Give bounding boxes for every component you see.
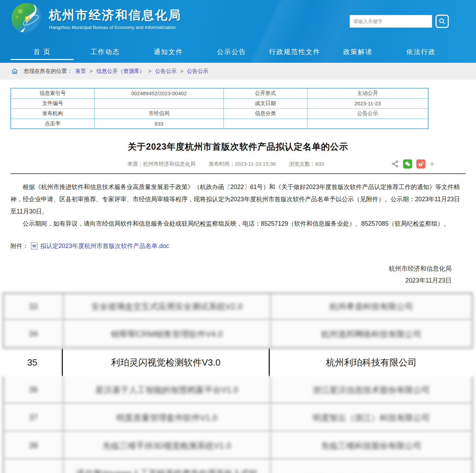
nav-item-work-news[interactable]: 工作动态 bbox=[74, 41, 137, 63]
article-body: 根据《杭州市推进软件和信息技术服务业高质量发展若干政策》（杭政办函〔2022〕6… bbox=[10, 181, 464, 230]
product-name: 诺尔康Voyager人工耳蜗系统声音处理器嵌入式软件V1.0 bbox=[63, 460, 271, 473]
table-row: 文件编号 成文日期 2023-11-23 bbox=[11, 98, 428, 108]
page-title: 关于2023年度杭州市首版次软件产品拟认定名单的公示 bbox=[10, 141, 466, 152]
share-icon[interactable] bbox=[391, 160, 399, 168]
info-value: 2023-11-23 bbox=[307, 98, 428, 108]
table-row: 39 诺尔康Voyager人工耳蜗系统声音处理器嵌入式软件V1.0 浙江诺尔康神… bbox=[3, 460, 473, 473]
wechat-share-icon[interactable] bbox=[403, 159, 412, 168]
row-number: 33 bbox=[4, 294, 63, 320]
info-value: 市经信局 bbox=[94, 108, 224, 119]
search-icon bbox=[439, 18, 446, 25]
row-number: 37 bbox=[4, 404, 63, 431]
article-meta: 来源：杭州市经济和信息化局 发布时间：2023-11-23 15:36 浏览次数… bbox=[10, 159, 466, 168]
attachment-row: 附件： W 拟认定2023年度杭州市首版次软件产品名单.doc bbox=[10, 242, 466, 250]
site-subtitle: Hangzhou Municipal Bureau of Economy and… bbox=[49, 25, 181, 30]
info-label bbox=[224, 119, 307, 129]
nav-item-regulatory-docs[interactable]: 行政规范性文件 bbox=[263, 41, 326, 63]
nav-item-law-based-admin[interactable]: 依法行政 bbox=[389, 41, 453, 63]
site-title: 杭州市经济和信息化局 bbox=[49, 7, 181, 23]
breadcrumb-separator: > bbox=[148, 68, 151, 74]
nav-item-policy-interpretation[interactable]: 政策解读 bbox=[326, 41, 389, 63]
company-name: 杭州孝道科技有限公司 bbox=[271, 294, 472, 320]
breadcrumb-link-announcements[interactable]: 公告公示 bbox=[155, 68, 177, 75]
info-label: 文件编号 bbox=[11, 98, 94, 108]
site-brand: 杭州市经济和信息化局 Hangzhou Municipal Bureau of … bbox=[10, 2, 181, 35]
site-titles: 杭州市经济和信息化局 Hangzhou Municipal Bureau of … bbox=[49, 7, 181, 30]
nav-item-announcements[interactable]: 公示公告 bbox=[200, 41, 263, 63]
product-name: 安全玻璃盒交互式应用安全测试系统V2.0 bbox=[63, 294, 271, 320]
table-row: 36 星汉基于人工智能的智慧档案平台V1.0 浙江星汉信息技术股份有限公司 bbox=[3, 376, 473, 404]
table-row: 37 明度质量管理套件软件V1.0 明度智云（浙江）科技有限公司 bbox=[3, 404, 473, 432]
company-name: 浙江诺尔康神经电子科技股份有限公司 bbox=[271, 460, 472, 473]
attachment-link[interactable]: 拟认定2023年度杭州市首版次软件产品名单.doc bbox=[40, 242, 169, 250]
table-row: 33 安全玻璃盒交互式应用安全测试系统V2.0 杭州孝道科技有限公司 bbox=[3, 293, 473, 321]
article-publish-time: 发布时间：2023-11-23 15:36 bbox=[209, 161, 276, 167]
info-label: 成文日期 bbox=[224, 98, 307, 108]
breadcrumb-link-home[interactable]: 首页 bbox=[75, 68, 86, 75]
info-label: 发布机构 bbox=[11, 108, 94, 119]
breadcrumb: 您现在所在的位置： 首页 > 信息公开（资源库） > 公告公示 > 公告公示 bbox=[0, 63, 476, 80]
site-search bbox=[350, 15, 449, 28]
signature-org: 杭州市经济和信息化局 bbox=[10, 263, 452, 275]
row-number: 36 bbox=[4, 376, 63, 403]
site-logo-icon bbox=[10, 2, 43, 35]
table-row: 发布机构 市经信局 信息分类 公告公示 bbox=[11, 108, 428, 119]
product-name: 先临三维手持3D视觉检测系统V1.0 bbox=[63, 432, 271, 459]
product-name: 星汉基于人工智能的智慧档案平台V1.0 bbox=[63, 376, 271, 403]
search-button[interactable] bbox=[436, 15, 449, 28]
row-number: 35 bbox=[3, 348, 62, 376]
paragraph: 公示期间，如有异议，请向市经信局软件和信息服务业处或驻局纪检监察组反映，电话：8… bbox=[10, 218, 464, 230]
attachment-label: 附件： bbox=[10, 242, 28, 250]
divider bbox=[10, 173, 466, 174]
signature-date: 2023年11月23日 bbox=[10, 275, 452, 286]
breadcrumb-prefix: 您现在所在的位置： bbox=[24, 68, 73, 75]
info-label: 点击率 bbox=[11, 119, 94, 129]
breadcrumb-link-current[interactable]: 公告公示 bbox=[187, 68, 208, 75]
row-number: 38 bbox=[4, 432, 63, 459]
main-nav: 首 页 工作动态 通知文件 公示公告 行政规范性文件 政策解读 依法行政 bbox=[10, 41, 476, 63]
article-view-count: 浏览次数：833 bbox=[289, 161, 324, 167]
company-name: 浙江星汉信息技术股份有限公司 bbox=[271, 376, 472, 403]
article-signature: 杭州市经济和信息化局 2023年11月23日 bbox=[10, 263, 452, 286]
table-row-highlighted: 35 利珀灵闪视觉检测软件V3.0 杭州利珀科技有限公司 bbox=[3, 348, 473, 376]
product-name: 明度质量管理套件软件V1.0 bbox=[63, 404, 271, 431]
company-name: 先临三维科技股份有限公司 bbox=[271, 432, 472, 459]
row-number: 34 bbox=[4, 321, 63, 347]
info-label: 信息分类 bbox=[224, 108, 307, 119]
company-name: 杭州逍邦网络科技有限公司 bbox=[271, 321, 472, 347]
share-bar: + bbox=[391, 159, 434, 168]
info-value: 833 bbox=[94, 119, 224, 129]
product-name: 利珀灵闪视觉检测软件V3.0 bbox=[62, 348, 270, 376]
main-content: 信息索引号 002489452/2023-00402 公开形式 主动公开 文件编… bbox=[0, 80, 476, 286]
product-name: 销帮帮CRM销售管理软件V4.0 bbox=[63, 321, 271, 347]
table-row: 38 先临三维手持3D视觉检测系统V1.0 先临三维科技股份有限公司 bbox=[3, 432, 473, 460]
info-value: 002489452/2023-00402 bbox=[94, 88, 224, 98]
site-header: 杭州市经济和信息化局 Hangzhou Municipal Bureau of … bbox=[0, 0, 476, 63]
table-row: 信息索引号 002489452/2023-00402 公开形式 主动公开 bbox=[11, 88, 428, 98]
more-share-button[interactable]: + bbox=[430, 160, 434, 168]
info-label: 公开形式 bbox=[224, 88, 307, 98]
breadcrumb-separator: > bbox=[180, 68, 183, 74]
paragraph: 根据《杭州市推进软件和信息技术服务业高质量发展若干政策》（杭政办函〔2022〕6… bbox=[10, 181, 464, 218]
info-value: 主动公开 bbox=[307, 88, 428, 98]
info-value: 公告公示 bbox=[307, 108, 428, 119]
info-label: 信息索引号 bbox=[11, 88, 94, 98]
article-source: 来源：杭州市经济和信息化局 bbox=[127, 161, 195, 167]
info-value bbox=[94, 98, 224, 108]
company-name: 杭州利珀科技有限公司 bbox=[270, 348, 473, 376]
nav-item-notices[interactable]: 通知文件 bbox=[137, 41, 200, 63]
attachment-preview-table: 33 安全玻璃盒交互式应用安全测试系统V2.0 杭州孝道科技有限公司 34 销帮… bbox=[3, 293, 473, 473]
weibo-share-icon[interactable] bbox=[416, 159, 425, 168]
table-row: 34 销帮帮CRM销售管理软件V4.0 杭州逍邦网络科技有限公司 bbox=[3, 321, 473, 348]
word-doc-icon: W bbox=[31, 242, 37, 249]
document-info-table: 信息索引号 002489452/2023-00402 公开形式 主动公开 文件编… bbox=[10, 88, 429, 129]
breadcrumb-link-info-disclosure[interactable]: 信息公开（资源库） bbox=[96, 68, 145, 75]
breadcrumb-separator: > bbox=[90, 68, 93, 74]
info-value bbox=[307, 119, 428, 129]
nav-item-home[interactable]: 首 页 bbox=[10, 41, 74, 63]
table-row: 点击率 833 bbox=[11, 119, 428, 129]
company-name: 明度智云（浙江）科技有限公司 bbox=[271, 404, 472, 431]
home-icon bbox=[11, 68, 18, 75]
search-input[interactable] bbox=[350, 15, 432, 28]
row-number: 39 bbox=[4, 460, 63, 473]
